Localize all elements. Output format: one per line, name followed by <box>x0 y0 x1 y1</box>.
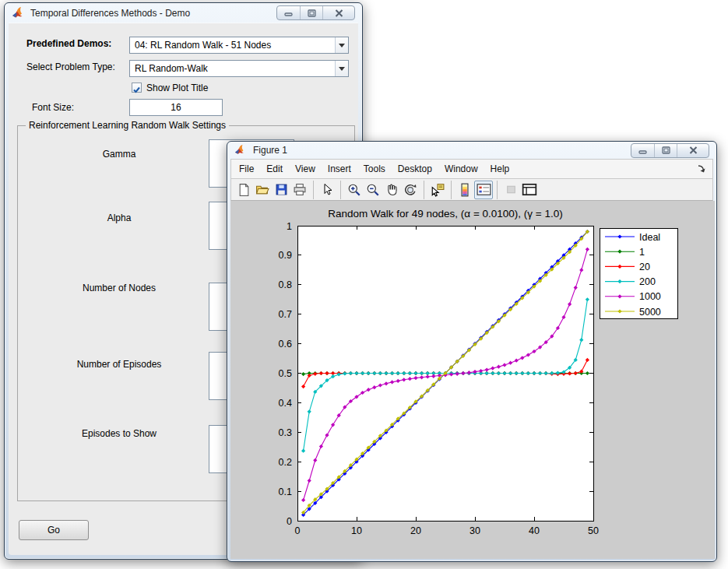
x-tick-label: 10 <box>351 525 362 536</box>
field-label-number-of-episodes: Number of Episodes <box>18 359 220 370</box>
legend-label: 5000 <box>639 307 661 318</box>
arrow-cursor-icon[interactable] <box>318 181 336 199</box>
close-button[interactable] <box>322 6 354 19</box>
matlab-logo-icon <box>234 144 248 157</box>
print-icon[interactable] <box>290 181 309 199</box>
matlab-logo-icon <box>12 6 25 19</box>
y-tick-label: 0 <box>287 516 292 527</box>
hide-plot-tools-icon <box>501 181 520 199</box>
predefined-demos-dropdown[interactable]: 04: RL Random Walk - 51 Nodes <box>129 37 349 54</box>
demo-titlebar[interactable]: Temporal Differences Methods - Demo <box>5 3 362 23</box>
go-button[interactable]: Go <box>19 520 89 540</box>
desktop: Temporal Differences Methods - Demo Pred… <box>0 0 728 569</box>
problem-type-dropdown[interactable]: RL Random-Walk <box>129 60 349 77</box>
menu-view[interactable]: View <box>289 160 322 177</box>
open-folder-icon[interactable] <box>253 181 272 199</box>
legend-label: 1000 <box>639 291 661 302</box>
y-tick-label: 0.3 <box>279 427 292 438</box>
y-tick-label: 0.2 <box>279 457 292 468</box>
field-label-gamma: Gamma <box>18 149 220 160</box>
x-tick-label: 40 <box>529 525 540 536</box>
font-size-input[interactable]: 16 <box>129 99 223 116</box>
random-walk-plot[interactable]: 0102030405000.10.20.30.40.50.60.70.80.91… <box>230 201 715 559</box>
problem-type-label: Select Problem Type: <box>26 58 115 76</box>
y-tick-label: 0.1 <box>279 486 292 497</box>
menu-desktop[interactable]: Desktop <box>392 160 438 177</box>
menu-help[interactable]: Help <box>484 160 516 177</box>
field-label-alpha: Alpha <box>18 212 220 223</box>
restore-button[interactable] <box>300 6 322 19</box>
demo-window-title: Temporal Differences Methods - Demo <box>30 8 190 19</box>
y-tick-label: 0.7 <box>279 309 292 320</box>
legend-label: 20 <box>639 262 650 272</box>
save-icon[interactable] <box>272 181 290 199</box>
check-icon <box>132 86 141 94</box>
font-size-label: Font Size: <box>32 99 74 116</box>
x-tick-label: 30 <box>470 525 480 536</box>
x-tick-label: 20 <box>410 525 421 536</box>
figure-toolbar <box>230 179 713 201</box>
field-label-number-of-nodes: Number of Nodes <box>18 283 220 293</box>
colorbar-icon[interactable] <box>455 181 474 199</box>
field-label-episodes-to-show: Episodes to Show <box>18 428 220 439</box>
legend-label: 1 <box>639 247 645 258</box>
plot-title: Random Walk for 49 nodes, (α = 0.0100), … <box>328 208 562 220</box>
figure-menubar: FileEditViewInsertToolsDesktopWindowHelp <box>230 159 713 179</box>
minimize-button[interactable] <box>631 144 654 157</box>
x-tick-label: 50 <box>588 525 599 536</box>
dropdown-arrow-icon[interactable] <box>335 61 348 76</box>
show-plot-title-label: Show Plot Title <box>146 79 208 97</box>
y-tick-label: 0.6 <box>279 339 292 349</box>
figure-titlebar[interactable]: Figure 1 <box>227 142 716 159</box>
menu-file[interactable]: File <box>233 160 260 177</box>
minimize-button[interactable] <box>277 6 300 19</box>
restore-button[interactable] <box>654 144 677 157</box>
predefined-demos-label: Predefined Demos: <box>26 35 111 52</box>
zoom-out-icon[interactable] <box>364 181 382 199</box>
menu-tools[interactable]: Tools <box>357 160 392 177</box>
pan-hand-icon[interactable] <box>382 181 401 199</box>
zoom-in-icon[interactable] <box>345 181 364 199</box>
menu-window[interactable]: Window <box>438 160 484 177</box>
figure-window-controls <box>631 143 709 158</box>
plot-legend[interactable]: Ideal12020010005000 <box>600 228 677 318</box>
show-plot-tools-icon[interactable] <box>520 181 539 199</box>
dropdown-arrow-icon[interactable] <box>335 37 348 53</box>
legend-icon[interactable] <box>474 181 493 199</box>
data-cursor-icon[interactable] <box>428 181 447 199</box>
figure-window-title: Figure 1 <box>253 145 287 156</box>
y-tick-label: 1 <box>287 221 292 232</box>
dock-figure-icon[interactable] <box>697 164 711 174</box>
show-plot-title-checkbox[interactable] <box>132 83 142 93</box>
y-tick-label: 0.9 <box>279 250 292 261</box>
menu-insert[interactable]: Insert <box>322 160 357 177</box>
legend-label: Ideal <box>639 232 660 243</box>
y-tick-label: 0.4 <box>279 398 292 409</box>
rotate-3d-icon[interactable] <box>401 181 420 199</box>
demo-window-controls <box>276 5 355 20</box>
settings-group-title: Reinforcement Learning Random Walk Setti… <box>26 119 229 132</box>
y-tick-label: 0.8 <box>279 279 292 290</box>
menu-edit[interactable]: Edit <box>260 160 289 177</box>
new-document-icon[interactable] <box>234 181 253 199</box>
figure-window: Figure 1 FileEditViewInsertToolsDesktopW… <box>227 141 717 562</box>
figure-canvas: 0102030405000.10.20.30.40.50.60.70.80.91… <box>230 201 715 559</box>
legend-label: 200 <box>639 276 656 287</box>
y-tick-label: 0.5 <box>279 368 292 379</box>
x-tick-label: 0 <box>295 525 301 536</box>
close-button[interactable] <box>677 144 709 157</box>
